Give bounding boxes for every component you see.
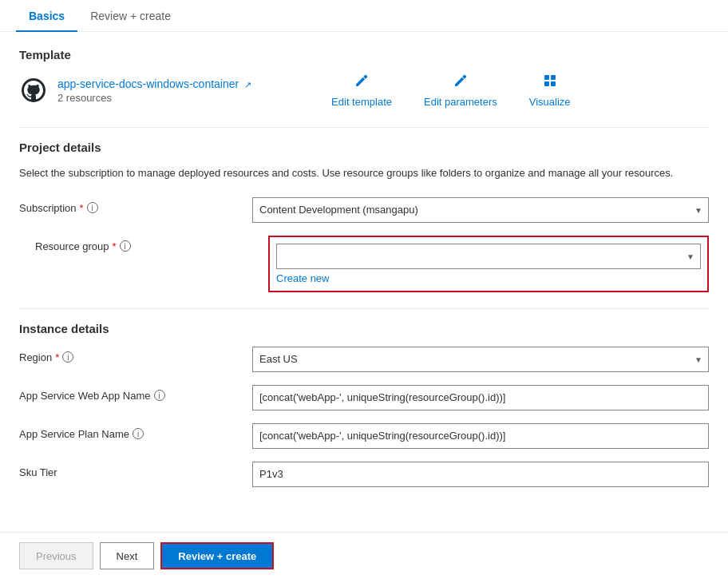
resource-group-row: Resource group * i ▼ Crea bbox=[19, 236, 709, 292]
subscription-info-icon[interactable]: i bbox=[87, 202, 98, 213]
resource-group-info-icon[interactable]: i bbox=[120, 240, 131, 252]
visualize-label: Visualize bbox=[529, 96, 571, 108]
template-actions: Edit template Edit parameters bbox=[331, 73, 570, 108]
subscription-required: * bbox=[80, 202, 84, 214]
svg-rect-3 bbox=[544, 81, 549, 86]
create-new-link[interactable]: Create new bbox=[276, 272, 701, 284]
edit-template-button[interactable]: Edit template bbox=[331, 73, 392, 108]
subscription-label: Subscription * i bbox=[19, 197, 243, 214]
project-details-info: Select the subscription to manage deploy… bbox=[19, 165, 709, 181]
plan-name-row: App Service Plan Name i bbox=[19, 423, 709, 449]
plan-name-input[interactable] bbox=[252, 423, 709, 449]
plan-name-info-icon[interactable]: i bbox=[133, 428, 144, 439]
tab-review-create[interactable]: Review + create bbox=[77, 0, 184, 32]
sku-tier-row: Sku Tier bbox=[19, 462, 709, 487]
edit-template-icon bbox=[354, 73, 370, 91]
region-required: * bbox=[55, 351, 59, 363]
region-select-wrapper: East US ▼ bbox=[252, 347, 709, 372]
previous-button[interactable]: Previous bbox=[19, 542, 93, 569]
template-link[interactable]: app-service-docs-windows-container bbox=[57, 77, 239, 90]
resource-group-control: ▼ Create new bbox=[268, 236, 709, 292]
web-app-name-info-icon[interactable]: i bbox=[154, 390, 165, 401]
edit-template-label: Edit template bbox=[331, 96, 392, 108]
region-row: Region * i East US ▼ bbox=[19, 347, 709, 372]
sku-tier-control bbox=[252, 462, 709, 487]
subscription-row: Subscription * i Content Development (ms… bbox=[19, 197, 709, 223]
divider-2 bbox=[19, 308, 709, 309]
resource-group-error-wrapper: ▼ Create new bbox=[268, 236, 709, 292]
subscription-select-wrapper: Content Development (msangapu) ▼ bbox=[252, 197, 709, 223]
instance-details-section: Instance details Region * i East US ▼ bbox=[19, 322, 709, 487]
divider-1 bbox=[19, 127, 709, 128]
region-label: Region * i bbox=[19, 347, 243, 363]
tab-basics[interactable]: Basics bbox=[16, 0, 77, 32]
sku-tier-input[interactable] bbox=[252, 462, 709, 487]
template-details: app-service-docs-windows-container ↗ 2 r… bbox=[57, 77, 251, 104]
resource-group-inner: ▼ Create new bbox=[276, 244, 701, 284]
tab-bar: Basics Review + create bbox=[0, 0, 728, 32]
edit-parameters-icon bbox=[453, 73, 469, 91]
visualize-icon bbox=[542, 73, 558, 91]
template-info: app-service-docs-windows-container ↗ 2 r… bbox=[19, 76, 251, 105]
subscription-control: Content Development (msangapu) ▼ bbox=[252, 197, 709, 223]
github-icon bbox=[19, 76, 48, 105]
plan-name-label: App Service Plan Name i bbox=[19, 423, 243, 440]
template-row: app-service-docs-windows-container ↗ 2 r… bbox=[19, 73, 709, 108]
svg-rect-4 bbox=[551, 81, 556, 86]
region-info-icon[interactable]: i bbox=[62, 351, 73, 363]
svg-rect-2 bbox=[551, 75, 556, 80]
visualize-button[interactable]: Visualize bbox=[529, 73, 571, 108]
template-resources: 2 resources bbox=[57, 92, 251, 104]
edit-parameters-button[interactable]: Edit parameters bbox=[424, 73, 497, 108]
web-app-name-label: App Service Web App Name i bbox=[19, 385, 243, 402]
footer: Previous Next Review + create bbox=[0, 532, 728, 579]
sku-tier-label: Sku Tier bbox=[19, 462, 243, 478]
template-section-title: Template bbox=[19, 48, 709, 61]
region-select[interactable]: East US bbox=[252, 347, 709, 372]
web-app-name-control bbox=[252, 385, 709, 410]
subscription-select[interactable]: Content Development (msangapu) bbox=[252, 197, 709, 223]
instance-details-title: Instance details bbox=[19, 322, 709, 335]
project-details-title: Project details bbox=[19, 141, 709, 154]
edit-parameters-label: Edit parameters bbox=[424, 96, 497, 108]
resource-group-select[interactable] bbox=[276, 244, 701, 269]
region-control: East US ▼ bbox=[252, 347, 709, 372]
external-link-icon: ↗ bbox=[244, 80, 251, 89]
svg-rect-1 bbox=[544, 75, 549, 80]
web-app-name-input[interactable] bbox=[252, 385, 709, 410]
web-app-name-row: App Service Web App Name i bbox=[19, 385, 709, 410]
next-button[interactable]: Next bbox=[100, 542, 155, 569]
plan-name-control bbox=[252, 423, 709, 449]
resource-group-required: * bbox=[113, 240, 117, 252]
project-details-section: Project details Select the subscription … bbox=[19, 141, 709, 292]
template-section: Template app-service-docs-windows-contai… bbox=[19, 48, 709, 108]
resource-group-label: Resource group * i bbox=[35, 236, 259, 252]
resource-group-select-wrapper: ▼ bbox=[276, 244, 701, 269]
template-link-row: app-service-docs-windows-container ↗ bbox=[57, 77, 251, 90]
review-create-button[interactable]: Review + create bbox=[160, 542, 274, 569]
